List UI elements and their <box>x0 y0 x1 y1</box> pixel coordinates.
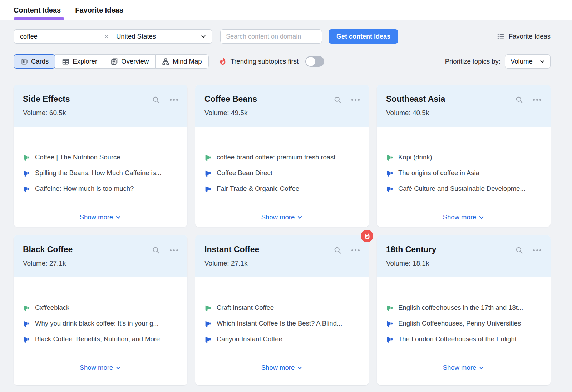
view-overview-label: Overview <box>121 58 149 65</box>
card-search-icon[interactable] <box>334 246 342 254</box>
view-mindmap-label: Mind Map <box>173 58 202 65</box>
card-menu-icon[interactable] <box>170 249 178 251</box>
card-search-icon[interactable] <box>152 246 160 254</box>
trending-toggle[interactable] <box>305 56 324 67</box>
show-more-link[interactable]: Show more <box>377 213 551 221</box>
card-volume: Volume: 49.5k <box>204 109 360 117</box>
topic-card: Side Effects Volume: 60.5k Cof <box>14 85 187 227</box>
chevron-down-icon <box>115 365 121 371</box>
topic-card: Southeast Asia Volume: 40.5k K <box>377 85 551 227</box>
green-megaphone-icon <box>204 154 212 161</box>
card-search-icon[interactable] <box>515 246 523 254</box>
domain-search-input[interactable] <box>220 29 322 44</box>
tab-favorite-ideas[interactable]: Favorite Ideas <box>75 0 123 20</box>
blue-megaphone-icon <box>23 185 30 193</box>
card-item[interactable]: Fair Trade & Organic Coffee <box>204 181 360 197</box>
card-menu-icon[interactable] <box>533 99 541 101</box>
card-item[interactable]: English Coffeehouses, Penny Universities <box>386 316 542 331</box>
show-more-label: Show more <box>261 364 295 372</box>
favorite-ideas-link[interactable]: Favorite Ideas <box>497 33 551 41</box>
card-item[interactable]: Canyon Instant Coffee <box>204 331 360 347</box>
view-overview-button[interactable]: Overview <box>104 54 156 69</box>
card-item[interactable]: Spilling the Beans: How Much Caffeine is… <box>23 165 179 181</box>
show-more-label: Show more <box>80 213 113 221</box>
card-item[interactable]: Black Coffee: Benefits, Nutrition, and M… <box>23 331 179 347</box>
card-item[interactable]: Why you drink black coffee: It's in your… <box>23 316 179 331</box>
card-item-text: English coffeehouses in the 17th and 18t… <box>398 304 523 312</box>
view-cards-label: Cards <box>31 58 49 65</box>
blue-megaphone-icon <box>204 169 212 177</box>
chevron-down-icon <box>200 33 207 40</box>
card-item[interactable]: Caffeine: How much is too much? <box>23 181 179 197</box>
card-search-icon[interactable] <box>152 96 160 104</box>
blue-megaphone-icon <box>204 336 212 343</box>
show-more-link[interactable]: Show more <box>14 364 187 372</box>
get-content-ideas-button[interactable]: Get content ideas <box>329 29 398 44</box>
card-item[interactable]: coffee brand coffee: premium fresh roast… <box>204 149 360 165</box>
topic-search-field[interactable] <box>14 30 111 43</box>
show-more-link[interactable]: Show more <box>14 213 187 221</box>
card-item-text: Why you drink black coffee: It's in your… <box>35 319 159 327</box>
table-icon <box>62 58 69 65</box>
card-item-text: Craft Instant Coffee <box>217 304 274 312</box>
card-item[interactable]: Coffee | The Nutrition Source <box>23 149 179 165</box>
card-item[interactable]: The London Coffeehouses of the Enlight..… <box>386 331 542 347</box>
card-item[interactable]: Cxffeeblack <box>23 300 179 316</box>
blue-megaphone-icon <box>386 336 394 343</box>
card-search-icon[interactable] <box>515 96 523 104</box>
toggle-knob <box>306 57 315 66</box>
blue-megaphone-icon <box>23 169 30 177</box>
view-explorer-button[interactable]: Explorer <box>55 54 104 69</box>
view-cards-button[interactable]: Cards <box>14 54 55 69</box>
overview-icon <box>110 58 118 65</box>
show-more-link[interactable]: Show more <box>195 213 369 221</box>
cards-icon <box>20 58 28 65</box>
card-item[interactable]: Craft Instant Coffee <box>204 300 360 316</box>
card-item[interactable]: Coffee Bean Direct <box>204 165 360 181</box>
card-item[interactable]: Café Culture and Sustainable Developme..… <box>386 181 542 197</box>
show-more-link[interactable]: Show more <box>195 364 369 372</box>
card-search-icon[interactable] <box>334 96 342 104</box>
card-item[interactable]: Kopi (drink) <box>386 149 542 165</box>
country-select[interactable]: United States <box>111 30 212 43</box>
card-item-text: Cxffeeblack <box>35 304 69 312</box>
toolbar: United States Get content ideas Favorite… <box>0 20 572 69</box>
blue-megaphone-icon <box>23 336 30 343</box>
view-switcher: Cards Explorer Overvi <box>14 54 209 69</box>
flame-icon <box>219 58 227 65</box>
blue-megaphone-icon <box>204 185 212 193</box>
card-item-text: Caffeine: How much is too much? <box>35 185 134 193</box>
country-select-value: United States <box>116 33 156 40</box>
card-item-text: Coffee | The Nutrition Source <box>35 153 120 161</box>
prioritize-select[interactable]: Volume <box>505 54 551 69</box>
card-volume: Volume: 27.1k <box>204 259 360 267</box>
blue-megaphone-icon <box>204 320 212 327</box>
card-menu-icon[interactable] <box>170 99 178 101</box>
card-item[interactable]: The origins of coffee in Asia <box>386 165 542 181</box>
card-item[interactable]: English coffeehouses in the 17th and 18t… <box>386 300 542 316</box>
card-menu-icon[interactable] <box>533 249 541 251</box>
blue-megaphone-icon <box>386 185 394 193</box>
tab-content-ideas-label: Content Ideas <box>14 6 61 14</box>
card-menu-icon[interactable] <box>351 99 360 101</box>
chevron-down-icon <box>297 214 303 220</box>
blue-megaphone-icon <box>23 320 30 327</box>
card-item-text: Coffee Bean Direct <box>217 169 272 177</box>
search-input[interactable] <box>20 33 103 40</box>
show-more-label: Show more <box>443 364 477 372</box>
card-body: Coffee | The Nutrition Source Spilling t… <box>14 127 187 197</box>
card-item-text: The origins of coffee in Asia <box>398 169 479 177</box>
card-item-text: Which Instant Coffee Is the Best? A Blin… <box>217 319 342 327</box>
card-header: Black Coffee Volume: 27.1k <box>14 235 187 277</box>
clear-search-icon[interactable] <box>103 33 110 40</box>
topic-card: 18th Century Volume: 18.1k Eng <box>377 235 551 385</box>
card-volume: Volume: 18.1k <box>386 259 541 267</box>
view-mindmap-button[interactable]: Mind Map <box>155 54 208 69</box>
green-megaphone-icon <box>386 154 394 161</box>
card-header: Instant Coffee Volume: 27.1k <box>195 235 369 277</box>
card-menu-icon[interactable] <box>351 249 360 251</box>
card-item[interactable]: Which Instant Coffee Is the Best? A Blin… <box>204 316 360 331</box>
show-more-link[interactable]: Show more <box>377 364 551 372</box>
card-volume: Volume: 60.5k <box>23 109 178 117</box>
tab-content-ideas[interactable]: Content Ideas <box>14 0 61 20</box>
